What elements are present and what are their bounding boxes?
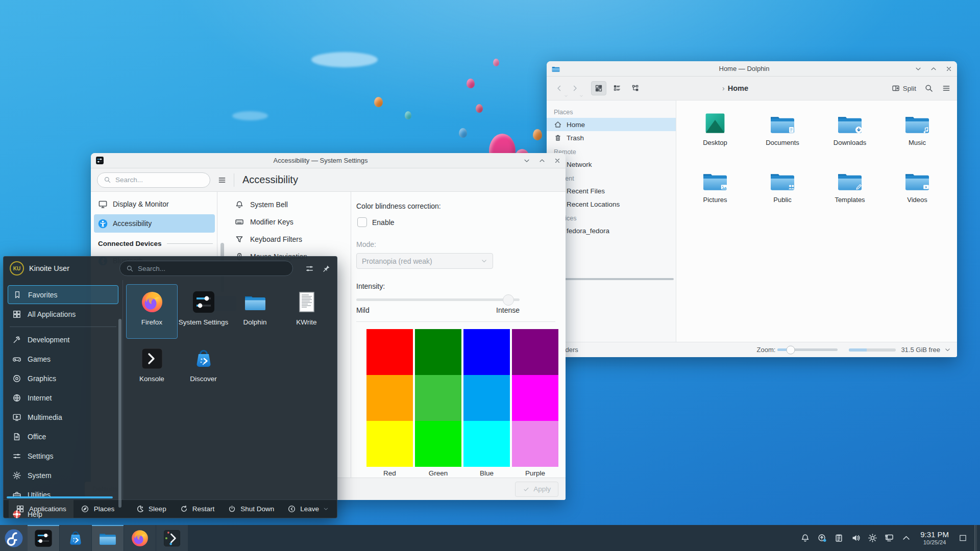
color-swatch: [366, 421, 413, 467]
sleep-button[interactable]: Sleep: [136, 505, 166, 513]
favorite-firefox[interactable]: Firefox: [126, 284, 178, 339]
places-item-network[interactable]: Network: [547, 158, 676, 171]
favorite-konsole[interactable]: Konsole: [126, 341, 178, 395]
close-icon[interactable]: [554, 157, 561, 164]
show-desktop-icon[interactable]: [957, 533, 969, 544]
search-icon: [126, 265, 134, 272]
dolphin-titlebar[interactable]: Home — Dolphin: [547, 61, 957, 77]
launcher-category-settings[interactable]: Settings: [8, 446, 118, 465]
folder-public[interactable]: Public: [749, 166, 816, 223]
favorite-kwrite[interactable]: KWrite: [281, 284, 332, 339]
folder-desktop[interactable]: Desktop: [681, 109, 749, 166]
settings-titlebar[interactable]: Accessibility — System Settings: [91, 153, 566, 168]
sidebar-item-accessibility[interactable]: Accessibility: [94, 214, 215, 233]
folder-icon: [835, 112, 865, 135]
favorite-discover[interactable]: Discover: [178, 341, 229, 395]
mode-value: Protanopia (red weak): [362, 257, 432, 265]
subcategory-keyboard-filters[interactable]: Keyboard Filters: [235, 231, 351, 248]
subcategory-modifier-keys[interactable]: Modifier Keys: [235, 213, 351, 231]
maximize-icon[interactable]: [538, 157, 546, 164]
launcher-category-system[interactable]: System: [8, 466, 118, 485]
favorite-dolphin[interactable]: Dolphin: [229, 284, 281, 339]
taskbar-task-discover[interactable]: [60, 525, 91, 551]
taskbar-task-dolphin[interactable]: [92, 525, 124, 551]
video-emblem-icon: [922, 183, 930, 191]
maximize-icon[interactable]: [930, 65, 937, 72]
folder-music[interactable]: Music: [884, 109, 951, 166]
action-label: Leave: [300, 505, 319, 513]
clipboard-icon[interactable]: [832, 532, 845, 545]
folder-videos[interactable]: Videos: [884, 166, 951, 223]
subcategory-system-bell[interactable]: System Bell: [235, 196, 351, 213]
expand-tray-icon[interactable]: [899, 532, 913, 545]
launcher-search-field[interactable]: [119, 261, 293, 276]
chevron-down-icon[interactable]: [944, 346, 951, 353]
restart-button[interactable]: Restart: [180, 505, 215, 513]
close-icon[interactable]: [945, 65, 952, 72]
leave-button[interactable]: Leave: [287, 505, 329, 513]
places-item-home[interactable]: Home: [547, 118, 676, 131]
launcher-search-input[interactable]: [138, 265, 286, 272]
details-view-button[interactable]: [609, 81, 625, 95]
breadcrumb-home[interactable]: Home: [728, 84, 748, 92]
settings-search-field[interactable]: [97, 172, 210, 188]
show-desktop-strip[interactable]: [974, 525, 977, 551]
minimize-icon[interactable]: [915, 65, 922, 72]
forward-button[interactable]: [568, 82, 581, 95]
notifications-icon[interactable]: [798, 532, 812, 545]
apply-button[interactable]: Apply: [515, 482, 558, 497]
hamburger-menu-icon[interactable]: [217, 176, 227, 185]
launcher-category-help[interactable]: Help: [8, 505, 118, 523]
user-avatar[interactable]: KU: [10, 261, 24, 276]
shut-down-button[interactable]: Shut Down: [228, 505, 274, 513]
taskbar-task-konsole[interactable]: [156, 525, 188, 551]
updates-icon[interactable]: [815, 532, 828, 545]
split-button[interactable]: Split: [892, 84, 916, 92]
folder-templates[interactable]: Templates: [816, 166, 884, 223]
clock-time: 9:31 PM: [920, 530, 949, 539]
breadcrumb[interactable]: › Home: [722, 84, 748, 92]
pin-icon[interactable]: [322, 264, 331, 273]
settings-content: Color blindness correction: Enable Mode:…: [351, 192, 569, 478]
launcher-category-all-applications[interactable]: All Applications: [8, 305, 118, 323]
folder-pictures[interactable]: Pictures: [681, 166, 749, 223]
digital-clock[interactable]: 9:31 PM 10/25/24: [920, 530, 949, 545]
app-launcher-button[interactable]: [0, 525, 28, 551]
sidebar-item-display-monitor[interactable]: Display & Monitor: [94, 195, 215, 213]
mode-dropdown[interactable]: Protanopia (red weak): [356, 253, 493, 269]
search-icon[interactable]: [924, 84, 934, 93]
mild-label: Mild: [356, 306, 370, 314]
folder-downloads[interactable]: Downloads: [816, 109, 884, 166]
favorite-system-settings[interactable]: System Settings: [178, 284, 229, 339]
enable-checkbox[interactable]: [357, 217, 367, 227]
section-header: Connected Devices: [98, 240, 213, 247]
folder-documents[interactable]: Documents: [749, 109, 816, 166]
hamburger-menu-icon[interactable]: [942, 84, 951, 93]
scrollbar-thumb[interactable]: [118, 319, 121, 508]
category-label: Settings: [28, 452, 54, 460]
display-config-icon[interactable]: [883, 532, 896, 545]
volume-icon[interactable]: [849, 532, 862, 545]
intensity-slider[interactable]: [356, 298, 520, 301]
launcher-category-favorites[interactable]: Favorites: [8, 285, 118, 304]
launcher-category-development[interactable]: Development: [8, 330, 118, 349]
configure-icon[interactable]: [305, 264, 314, 273]
minimize-icon[interactable]: [523, 157, 530, 164]
launcher-category-internet[interactable]: Internet: [8, 388, 118, 407]
zoom-slider[interactable]: [777, 348, 838, 351]
launcher-category-games[interactable]: Games: [8, 349, 118, 368]
split-label: Split: [903, 85, 916, 92]
settings-search-input[interactable]: [115, 176, 204, 184]
launcher-category-multimedia[interactable]: Multimedia: [8, 408, 118, 427]
taskbar-task-system-settings[interactable]: [28, 525, 59, 551]
launcher-category-utilities[interactable]: Utilities: [8, 485, 118, 504]
launcher-category-office[interactable]: Office: [8, 427, 118, 446]
launcher-category-graphics[interactable]: Graphics: [8, 369, 118, 388]
back-button[interactable]: [553, 82, 566, 95]
chevron-down-icon: [481, 258, 487, 264]
places-item-trash[interactable]: Trash: [547, 131, 676, 144]
tree-view-button[interactable]: [628, 81, 643, 95]
taskbar-task-firefox[interactable]: [124, 525, 156, 551]
icons-view-button[interactable]: [591, 81, 606, 95]
brightness-icon[interactable]: [866, 532, 879, 545]
